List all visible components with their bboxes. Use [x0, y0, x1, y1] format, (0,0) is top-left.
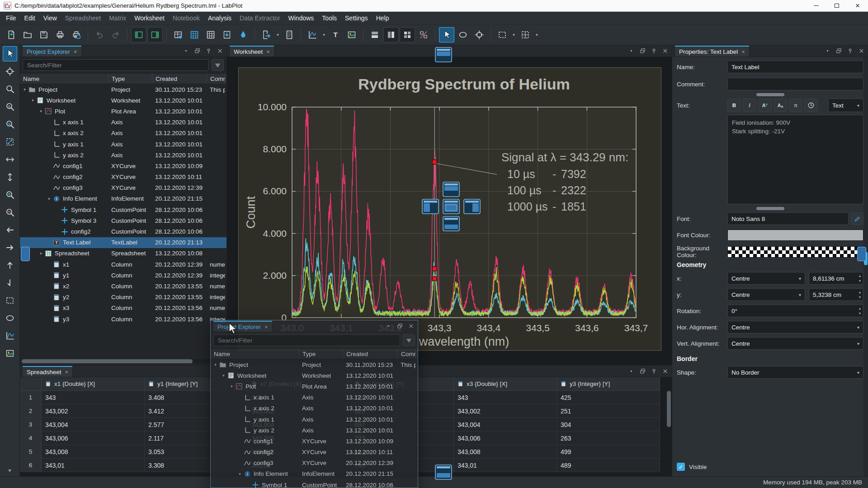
text-mode-select[interactable]: Text▾: [828, 99, 863, 112]
search-input[interactable]: Search/Filter: [23, 59, 209, 71]
toggle-properties-button[interactable]: [147, 27, 163, 42]
insert-datetime-button[interactable]: [804, 99, 818, 112]
row-header-5[interactable]: 5: [20, 445, 42, 459]
undo-button[interactable]: [92, 27, 107, 42]
close-tab-icon[interactable]: ×: [264, 324, 268, 330]
tree-row-y3[interactable]: y3Column20.12.2020 13:56integer da: [20, 314, 226, 324]
column-header-created[interactable]: Created: [343, 349, 398, 359]
import-data-button[interactable]: [219, 27, 235, 42]
dock-pin-button[interactable]: [204, 47, 212, 55]
close-tab-icon[interactable]: ×: [74, 48, 77, 55]
cell-r4c1[interactable]: 343,006: [42, 432, 145, 445]
dock-indicator-edge-right[interactable]: [857, 247, 866, 261]
expand-arrow-icon[interactable]: ▾: [38, 251, 44, 256]
tree-row-y-axis-2[interactable]: y axis 2Axis13.12.2020 10:01: [211, 425, 418, 436]
export-worksheet-button-dropdown[interactable]: ▾: [275, 27, 281, 42]
open-project-button[interactable]: [20, 27, 35, 42]
close-tab-icon[interactable]: ×: [65, 369, 69, 375]
tree-row-info-element[interactable]: ▾iInfo ElementInfoElement20.12.2020 21:1…: [211, 469, 418, 479]
select-mode-button[interactable]: [439, 27, 454, 42]
select-region-button-dropdown[interactable]: ▾: [511, 27, 517, 42]
column-header-type[interactable]: Type: [108, 74, 152, 84]
print-button[interactable]: [52, 27, 68, 42]
dock-indicator-left[interactable]: [422, 199, 439, 214]
menu-data-extractor[interactable]: Data Extractor: [236, 13, 284, 23]
splitter-handle[interactable]: [756, 207, 784, 210]
properties-scrollbar[interactable]: [863, 57, 868, 476]
add-image-tool[interactable]: [3, 346, 17, 361]
tab-spreadsheet[interactable]: Spreadsheet ×: [22, 366, 73, 377]
save-project-button[interactable]: [36, 27, 52, 42]
cell-r3c1[interactable]: 343,004: [42, 418, 145, 432]
spin-arrows-icon[interactable]: ▴▾: [859, 290, 861, 300]
shift-down-y-tool[interactable]: [3, 275, 17, 291]
new-workbook-button[interactable]: [170, 27, 186, 42]
tree-row-worksheet[interactable]: ▾WorksheetWorksheet13.12.2020 10:01: [211, 370, 418, 381]
menu-view[interactable]: View: [39, 13, 61, 23]
expand-arrow-icon[interactable]: ▾: [30, 98, 36, 103]
dock-menu-button[interactable]: ▾: [627, 47, 635, 55]
cell-r4c5[interactable]: 343,006: [454, 432, 557, 445]
select-region-button[interactable]: [495, 27, 510, 42]
tree-row-project[interactable]: ▾ProjectProject30.11.2020 15:23This proj…: [211, 359, 418, 370]
select-grid-button[interactable]: [518, 27, 533, 42]
menu-edit[interactable]: Edit: [20, 13, 39, 23]
tree-row-y1[interactable]: y1Column20.12.2020 12:39integer da: [20, 270, 226, 281]
x-anchor-select[interactable]: Centre▾: [727, 272, 805, 285]
row-header-2[interactable]: 2: [20, 404, 42, 418]
dock-float-button[interactable]: [835, 47, 843, 55]
add-image-button[interactable]: [344, 27, 359, 42]
expand-arrow-icon[interactable]: ▾: [38, 109, 44, 113]
column-header-comment[interactable]: Comment: [398, 349, 416, 359]
close-button[interactable]: ×: [847, 0, 868, 11]
dock-indicator-bottom[interactable]: [443, 216, 460, 231]
redo-button[interactable]: [108, 27, 123, 42]
column-header-name[interactable]: Name: [211, 349, 299, 359]
expand-arrow-icon[interactable]: ▾: [237, 472, 243, 476]
tree-row-symbol-1[interactable]: Symbol 1CustomPoint28.12.2020 10:06: [20, 204, 226, 215]
dock-indicator-right[interactable]: [463, 199, 481, 214]
dock-indicator-edge-left[interactable]: [21, 247, 30, 261]
dock-float-button[interactable]: [638, 47, 646, 55]
column-header-type[interactable]: Type: [299, 349, 343, 359]
crosshair-mode-button[interactable]: [472, 27, 487, 42]
minimize-button[interactable]: [806, 0, 826, 11]
print-preview-button[interactable]: [69, 27, 84, 42]
column-header-1[interactable]: x1 {Double} [X]: [42, 377, 145, 391]
expand-arrow-icon[interactable]: ▾: [221, 373, 226, 378]
dock-float-button[interactable]: [193, 47, 201, 55]
break-layout-button[interactable]: [416, 27, 431, 42]
new-matrix-button[interactable]: [203, 27, 218, 42]
add-curve-tool[interactable]: [3, 328, 17, 343]
tree-row-y2[interactable]: y2Column20.12.2020 13:55integer da: [20, 292, 226, 303]
tree-row-x-axis-1[interactable]: x axis 1Axis13.12.2020 10:01: [20, 117, 226, 128]
dock-float-button[interactable]: [638, 367, 646, 375]
add-text-label-button[interactable]: T: [328, 27, 343, 42]
shift-right-x-tool[interactable]: [3, 240, 17, 255]
tree-row-x-axis-1[interactable]: x axis 1Axis13.12.2020 10:01: [211, 392, 418, 403]
cell-r1c1[interactable]: 343: [42, 391, 145, 404]
crosshair-tool[interactable]: [3, 64, 17, 79]
zoom-x-select-tool[interactable]: x: [3, 99, 17, 114]
cell-r3c6[interactable]: 304: [557, 418, 660, 432]
maximize-button[interactable]: [826, 0, 847, 11]
tree-row-y-axis-1[interactable]: y axis 1Axis13.12.2020 10:01: [211, 414, 418, 425]
filter-options-button[interactable]: [212, 59, 224, 71]
menu-worksheet[interactable]: Worksheet: [130, 13, 169, 23]
scrollbar-thumb[interactable]: [22, 359, 193, 363]
tree-row-y-axis-2[interactable]: y axis 2Axis13.12.2020 10:01: [20, 150, 226, 160]
dock-float-button[interactable]: [396, 322, 404, 330]
cell-r5c5[interactable]: 343,008: [454, 445, 557, 459]
select-tool[interactable]: [3, 46, 17, 61]
horizontal-layout-button[interactable]: [383, 27, 399, 42]
tree-row-config3[interactable]: config3XYCurve20.12.2020 12:39: [211, 458, 418, 469]
cell-r1c6[interactable]: 425: [557, 391, 660, 404]
spin-arrows-icon[interactable]: ▴▾: [859, 306, 861, 316]
row-header-4[interactable]: 4: [20, 432, 42, 445]
ellipse-tool[interactable]: [3, 310, 17, 326]
cell-r3c5[interactable]: 343,004: [454, 418, 557, 432]
dock-close-button[interactable]: [857, 47, 865, 55]
tree-row-x-axis-2[interactable]: x axis 2Axis13.12.2020 10:01: [20, 128, 226, 139]
insert-symbol-button[interactable]: π: [789, 99, 802, 112]
splitter-handle[interactable]: [756, 93, 784, 96]
